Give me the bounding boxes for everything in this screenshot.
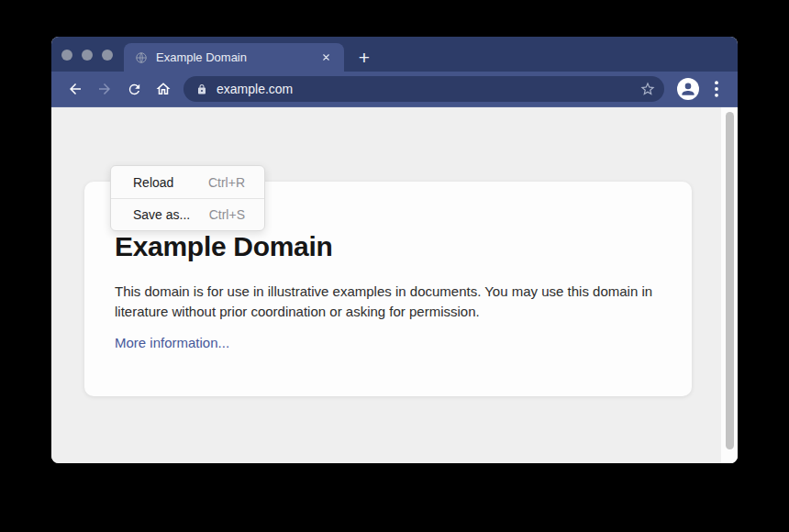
scrollbar-thumb[interactable] [726, 112, 734, 449]
bookmark-star-icon[interactable] [639, 81, 656, 97]
tab-example-domain[interactable]: Example Domain [124, 43, 344, 72]
home-icon [155, 81, 172, 97]
reload-icon [127, 82, 142, 97]
close-window-button[interactable] [61, 50, 72, 61]
address-bar[interactable]: example.com [183, 76, 664, 102]
desktop: { "window": { "tab_title": "Example Doma… [0, 0, 789, 532]
menu-item-label: Reload [133, 175, 173, 190]
forward-button[interactable] [90, 74, 119, 104]
back-button[interactable] [61, 74, 90, 104]
url-text: example.com [217, 82, 639, 96]
scrollbar-track[interactable] [721, 107, 738, 463]
reload-button[interactable] [119, 74, 149, 104]
new-tab-button[interactable]: + [350, 43, 378, 72]
more-information-link[interactable]: More information... [115, 335, 229, 350]
page-title: Example Domain [115, 231, 655, 262]
tab-close-icon[interactable] [318, 50, 333, 65]
globe-favicon-icon [135, 51, 148, 64]
context-menu: Reload Ctrl+R Save as... Ctrl+S [110, 165, 265, 231]
browser-window: Example Domain + example.com [51, 37, 738, 463]
minimize-window-button[interactable] [82, 50, 93, 61]
profile-button[interactable] [677, 78, 699, 100]
vertical-dots-icon [715, 81, 718, 97]
navigation-toolbar: example.com [51, 72, 738, 107]
home-button[interactable] [149, 74, 178, 104]
page-paragraph: This domain is for use in illustrative e… [115, 282, 654, 322]
person-icon [678, 79, 698, 99]
lock-icon [196, 83, 207, 95]
back-arrow-icon [67, 81, 83, 97]
zoom-window-button[interactable] [102, 50, 113, 61]
title-bar: Example Domain + [51, 37, 738, 72]
tab-title: Example Domain [156, 50, 318, 64]
forward-arrow-icon [96, 81, 113, 97]
menu-item-shortcut: Ctrl+R [208, 175, 245, 190]
page-viewport: Example Domain This domain is for use in… [51, 107, 738, 463]
browser-menu-button[interactable] [708, 78, 725, 100]
context-menu-item-save-as[interactable]: Save as... Ctrl+S [111, 198, 264, 230]
menu-item-label: Save as... [133, 207, 190, 222]
context-menu-item-reload[interactable]: Reload Ctrl+R [111, 166, 264, 198]
traffic-lights [61, 50, 113, 61]
menu-item-shortcut: Ctrl+S [209, 207, 245, 222]
